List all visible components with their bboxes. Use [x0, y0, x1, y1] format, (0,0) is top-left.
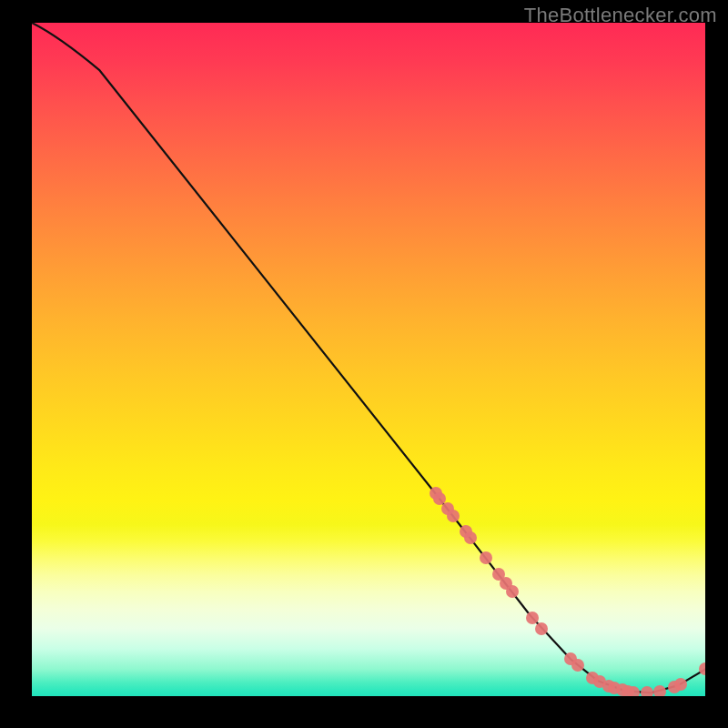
datapoint [571, 659, 584, 672]
datapoint [653, 685, 666, 696]
datapoint [641, 686, 653, 696]
datapoint [627, 686, 640, 696]
curve-svg [32, 23, 705, 696]
datapoint [447, 510, 460, 522]
bottleneck-curve [32, 23, 705, 693]
datapoint [674, 678, 687, 691]
chart-canvas: TheBottlenecker.com [0, 0, 728, 728]
datapoint [526, 612, 539, 624]
watermark-text: TheBottlenecker.com [524, 4, 717, 27]
plot-area [32, 23, 705, 696]
datapoint [480, 551, 492, 564]
datapoint [506, 585, 519, 598]
